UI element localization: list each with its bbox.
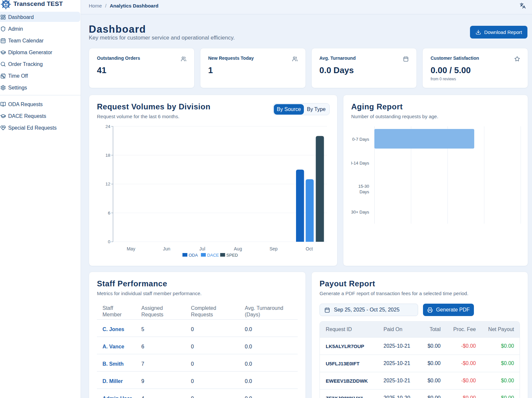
- svg-text:0: 0: [108, 239, 110, 244]
- svg-text:15-30: 15-30: [358, 184, 369, 189]
- svg-text:SPED: SPED: [227, 253, 238, 258]
- svg-text:8-14 Days: 8-14 Days: [351, 161, 369, 166]
- svg-text:Sep: Sep: [270, 246, 278, 251]
- svg-text:30+ Days: 30+ Days: [351, 210, 369, 215]
- svg-text:Jul: Jul: [199, 246, 205, 251]
- svg-text:Days: Days: [359, 189, 369, 194]
- svg-text:Jun: Jun: [163, 246, 170, 251]
- svg-text:6: 6: [108, 211, 110, 215]
- svg-text:ODA: ODA: [189, 253, 198, 258]
- svg-text:18: 18: [105, 153, 110, 158]
- svg-text:0-7 Days: 0-7 Days: [352, 137, 369, 142]
- svg-text:Aug: Aug: [234, 246, 242, 251]
- svg-text:DACE: DACE: [207, 253, 219, 258]
- svg-text:24: 24: [105, 124, 111, 129]
- svg-text:May: May: [127, 246, 135, 251]
- svg-text:12: 12: [105, 182, 110, 186]
- svg-text:Oct: Oct: [306, 246, 313, 251]
